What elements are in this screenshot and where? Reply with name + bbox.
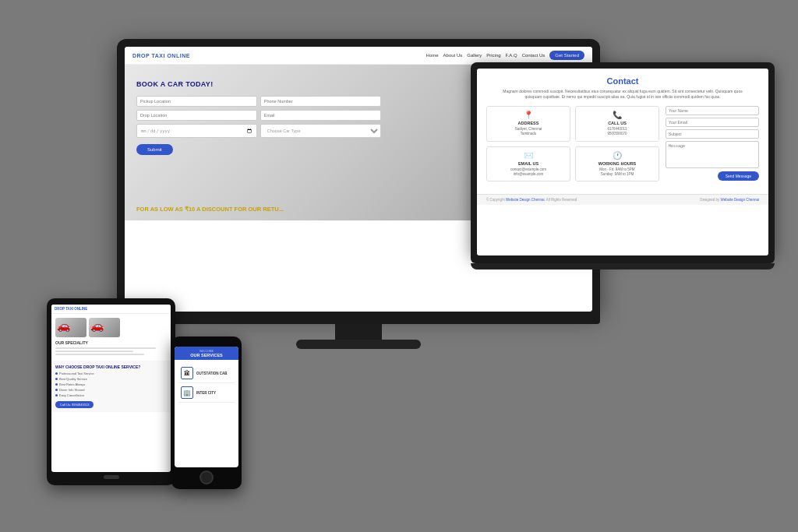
phone-services-title: OUR SERVICES	[178, 353, 235, 358]
intercity-icon: 🏢	[181, 386, 193, 399]
contact-email-input[interactable]	[666, 118, 759, 127]
contact-form-section: 📍 ADDRESS Sadiyet, Chennai Tamilnadu 📞 C…	[486, 106, 759, 186]
tablet-frame: DROP TAXI ONLINE OUR SPECIALITY WHY CHOO…	[47, 298, 175, 485]
bullet-dot-5	[55, 394, 58, 396]
contact-form: Send Message	[666, 106, 759, 186]
email-2: info@example.com	[491, 172, 566, 177]
tablet-list-text-3: Best Rates Always	[59, 382, 85, 386]
contact-cards-grid: 📍 ADDRESS Sadiyet, Chennai Tamilnadu 📞 C…	[486, 106, 659, 181]
address-line2: Tamilnadu	[491, 132, 566, 136]
car-type-select[interactable]: Choose Car Type	[260, 124, 381, 138]
promo-text: FOR AS LOW AS ₹10 A DISCOUNT FOR OUR RET…	[136, 206, 284, 213]
form-row-3: Choose Car Type	[136, 124, 381, 138]
contact-page: Contact Magnam dolores commodi suscipit.…	[477, 69, 768, 194]
call-label: CALL US	[580, 121, 655, 125]
site-logo: DROP TAXI ONLINE	[132, 53, 190, 58]
tablet-list-item-3: Best Rates Always	[55, 382, 167, 386]
tablet-device: DROP TAXI ONLINE OUR SPECIALITY WHY CHOO…	[47, 298, 175, 485]
contact-info-grid: 📍 ADDRESS Sadiyet, Chennai Tamilnadu 📞 C…	[486, 106, 659, 186]
nav-about[interactable]: About Us	[443, 53, 463, 58]
contact-name-input[interactable]	[666, 106, 759, 115]
address-icon: 📍	[491, 111, 566, 119]
pickup-input[interactable]	[136, 96, 257, 107]
email-icon: ✉️	[491, 151, 566, 160]
tablet-screen: DROP TAXI ONLINE OUR SPECIALITY WHY CHOO…	[51, 305, 171, 472]
contact-call-card: 📞 CALL US 6176440013 9500590070	[575, 106, 659, 142]
phone-device: WELCOME OUR SERVICES 🏛 OUTSTATION CAB 🏢 …	[171, 336, 242, 489]
send-message-button[interactable]: Send Message	[718, 171, 759, 181]
tablet-speciality-section: OUR SPECIALITY	[51, 314, 171, 361]
address-label: ADDRESS	[491, 121, 566, 125]
outstation-label: OUTSTATION CAB	[196, 372, 228, 375]
nav-faq[interactable]: F.A.Q	[506, 53, 517, 58]
tablet-list-item-5: Easy Cancellation	[55, 393, 167, 397]
form-row-2	[136, 110, 381, 121]
phone-service-outstation: 🏛 OUTSTATION CAB	[178, 364, 235, 383]
footer-link[interactable]: Website Design Chennai	[506, 198, 544, 202]
contact-footer: © Copyright Website Design Chennai. All …	[477, 194, 768, 205]
tablet-navbar: DROP TAXI ONLINE	[51, 305, 171, 314]
footer-designer-link[interactable]: Website Design Chennai	[721, 198, 759, 202]
hours-label: WORKING HOURS	[580, 161, 655, 166]
laptop-screen: Contact Magnam dolores commodi suscipit.…	[477, 69, 768, 255]
contact-hours-card: 🕐 WORKING HOURS Mon - Fri: 9AM to 5PM Su…	[575, 146, 659, 182]
nav-pricing[interactable]: Pricing	[486, 53, 500, 58]
tablet-why-section: WHY CHOOSE DROP TAXI ONLINE SERVICE? Pro…	[51, 361, 171, 412]
email-input[interactable]	[260, 110, 381, 121]
tablet-car-1	[55, 318, 87, 337]
phone-service-intercity: 🏢 INTER CITY	[178, 383, 235, 403]
email-label: EMAIL US	[491, 161, 566, 166]
drop-input[interactable]	[136, 110, 257, 121]
phone-services-list: 🏛 OUTSTATION CAB 🏢 INTER CITY	[175, 360, 238, 407]
hours-line2: Sunday: 9AM to 1PM	[580, 172, 655, 177]
tablet-speciality-title: OUR SPECIALITY	[55, 340, 167, 345]
tablet-list-text-2: Best Quality Service	[59, 377, 87, 381]
laptop-frame: Contact Magnam dolores commodi suscipit.…	[471, 62, 775, 255]
tablet-cars	[55, 318, 167, 337]
contact-address-card: 📍 ADDRESS Sadiyet, Chennai Tamilnadu	[486, 106, 570, 142]
contact-title: Contact	[486, 76, 759, 86]
bullet-dot-3	[55, 383, 58, 386]
tablet-phone-btn[interactable]: Call Us: 9994949313	[55, 401, 94, 408]
phone-frame: WELCOME OUR SERVICES 🏛 OUTSTATION CAB 🏢 …	[171, 336, 242, 489]
form-row-1	[136, 96, 381, 107]
phone-screen: WELCOME OUR SERVICES 🏛 OUTSTATION CAB 🏢 …	[175, 347, 238, 467]
bullet-dot-1	[55, 372, 58, 375]
tablet-why-title: WHY CHOOSE DROP TAXI ONLINE SERVICE?	[55, 365, 167, 369]
bullet-dot-2	[55, 378, 58, 380]
intercity-label: INTER CITY	[196, 391, 216, 395]
text-line-2	[55, 351, 133, 352]
text-line-3	[55, 354, 144, 355]
contact-subject-input[interactable]	[666, 129, 759, 139]
hero-content: BOOK A CAR TODAY!	[136, 80, 381, 155]
clock-icon: 🕐	[580, 151, 655, 160]
hero-title: BOOK A CAR TODAY!	[136, 80, 381, 88]
tablet-list-text-5: Easy Cancellation	[59, 393, 84, 397]
call-phone2: 9500590070	[580, 132, 655, 136]
tablet-list-item-2: Best Quality Service	[55, 377, 167, 381]
tablet-home-button[interactable]	[104, 475, 119, 479]
footer-copyright: © Copyright Website Design Chennai. All …	[486, 198, 577, 202]
phone-input[interactable]	[260, 96, 381, 107]
phone-home-button[interactable]	[200, 470, 214, 484]
nav-gallery[interactable]: Gallery	[467, 53, 482, 58]
tablet-list-item-4: Driver Info Shared	[55, 388, 167, 392]
tablet-list-text-1: Professional Taxi Service	[59, 372, 94, 375]
scene: DROP TAXI ONLINE Home About Us Gallery P…	[0, 0, 798, 532]
submit-button[interactable]: Submit	[136, 144, 173, 155]
date-input[interactable]	[136, 124, 257, 138]
tablet-list-item-1: Professional Taxi Service	[55, 372, 167, 375]
tablet-car-2	[89, 318, 120, 337]
tablet-list-text-4: Driver Info Shared	[59, 388, 84, 392]
tablet-logo: DROP TAXI ONLINE	[55, 307, 87, 311]
bullet-dot-4	[55, 389, 58, 391]
nav-contact[interactable]: Contact Us	[522, 53, 546, 58]
nav-home[interactable]: Home	[426, 53, 439, 58]
get-started-button[interactable]: Get Started	[549, 51, 584, 60]
contact-email-card: ✉️ EMAIL US contact@example.com info@exa…	[486, 146, 570, 182]
contact-message-input[interactable]	[666, 141, 759, 168]
phone-notch	[199, 341, 214, 344]
footer-designed-by: Designed by Website Design Chennai	[700, 198, 759, 202]
nav-links: Home About Us Gallery Pricing F.A.Q Cont…	[426, 51, 584, 60]
monitor-base	[296, 340, 421, 349]
